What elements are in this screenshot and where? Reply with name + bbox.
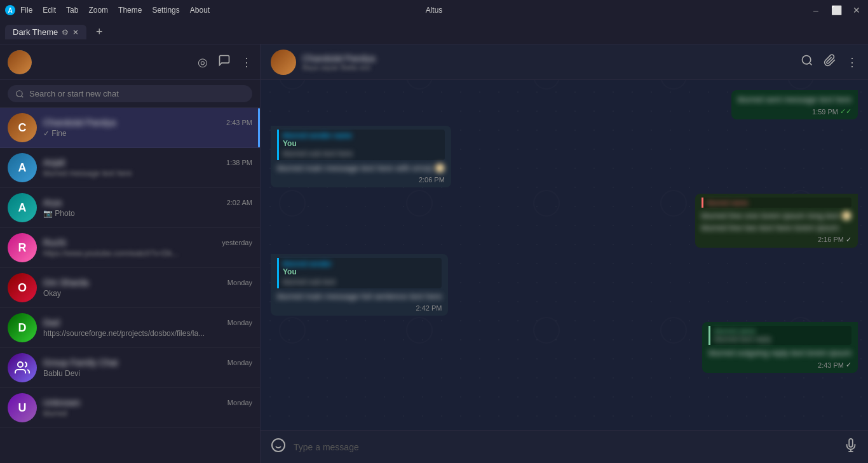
menu-file[interactable]: File: [20, 6, 32, 15]
chat-menu-icon[interactable]: ⋮: [846, 55, 858, 69]
chat-info: Group Family Chat Monday Bablu Devi: [43, 358, 252, 378]
message-input[interactable]: [294, 442, 836, 452]
maximize-button[interactable]: ⬜: [830, 4, 843, 17]
search-icon: [15, 90, 24, 98]
chat-list-item[interactable]: D Dad Monday https://sourceforge.net/pro…: [0, 308, 260, 348]
menu-edit[interactable]: Edit: [43, 6, 56, 15]
you-sub-4: blurred sub text: [283, 278, 438, 286]
message-bubble-1: blurred sent message text here 1:59 PM ✓…: [731, 90, 858, 119]
reply-name-5: blurred name: [714, 327, 848, 335]
tab-gear-icon[interactable]: ⚙: [62, 28, 69, 37]
chat-name: Anjali: [43, 158, 65, 168]
message-text-4: blurred main message full sentence text …: [277, 291, 442, 302]
app-icon: A: [5, 5, 15, 15]
message-time-1: 1:59 PM: [812, 108, 838, 116]
chat-name: Group Family Chat: [43, 358, 118, 368]
chat-info: Ruchi yesterday https://www.youtube.com/…: [43, 238, 252, 258]
chat-list-item[interactable]: A Arya 2:02 AM 📷 Photo: [0, 188, 260, 228]
emoji-button[interactable]: [271, 438, 286, 457]
message-bubble-3: blurred name blurred line one lorem ipsu…: [695, 194, 858, 247]
title-bar-menu: File Edit Tab Zoom Theme Settings About: [20, 6, 210, 15]
chat-list-item[interactable]: U Unknown Monday blurred: [0, 388, 260, 428]
chat-name: Dad: [43, 318, 60, 328]
active-tab[interactable]: Dark Theme ⚙ ✕: [5, 25, 86, 39]
message-quote-4: blurred sender You blurred sub text: [277, 258, 442, 288]
chat-info: Anjali 1:38 PM blurred message text here: [43, 158, 252, 178]
chat-avatar: R: [8, 233, 37, 262]
chat-preview: Bablu Devi: [43, 369, 252, 378]
chat-header-info: Chandulal Pandya Baya sayan Batta soo: [302, 53, 375, 71]
chat-window: Chandulal Pandya Baya sayan Batta soo ⋮: [261, 44, 868, 463]
menu-tab[interactable]: Tab: [66, 6, 78, 15]
message-row-2: blurred sender name You blurred sub text…: [271, 126, 858, 187]
chat-name-row: Arya 2:02 AM: [43, 198, 252, 208]
chat-info: Arya 2:02 AM 📷 Photo: [43, 198, 252, 218]
chat-time: 2:43 PM: [226, 119, 252, 126]
chat-avatar: U: [8, 393, 37, 422]
user-avatar[interactable]: [8, 50, 32, 74]
message-text-2: blurred main message text here with emoj…: [277, 163, 445, 174]
chat-header-status: Baya sayan Batta soo: [302, 64, 375, 71]
add-tab-button[interactable]: +: [92, 25, 107, 40]
scroll-indicator: [258, 108, 260, 147]
messages-area: blurred sent message text here 1:59 PM ✓…: [261, 80, 868, 430]
reply-quote-3: blurred name: [702, 198, 851, 208]
mic-button[interactable]: [844, 438, 858, 455]
chat-list-item[interactable]: R Ruchi yesterday https://www.youtube.co…: [0, 228, 260, 268]
new-chat-icon[interactable]: [218, 54, 231, 70]
sidebar: ◎ ⋮ C Chandu: [0, 44, 261, 463]
chat-input-bar: [261, 430, 868, 463]
search-chat-icon[interactable]: [801, 54, 813, 70]
chat-avatar: A: [8, 153, 37, 182]
title-bar-left: A File Edit Tab Zoom Theme Settings Abou…: [5, 5, 210, 15]
chat-header-left: Chandulal Pandya Baya sayan Batta soo: [271, 50, 375, 75]
message-row-3: blurred name blurred line one lorem ipsu…: [271, 194, 858, 247]
chat-name: Om Sharda: [43, 278, 89, 288]
tab-close-icon[interactable]: ✕: [72, 28, 79, 37]
message-time-5: 2:43 PM: [818, 361, 844, 369]
chat-info: Chandulal Pandya 2:43 PM ✓ Fine: [43, 117, 252, 138]
status-icon[interactable]: ◎: [198, 55, 208, 69]
reply-name-3: blurred name: [707, 199, 848, 206]
chat-header-avatar[interactable]: [271, 50, 296, 75]
quote-name-2: blurred sender name: [283, 131, 441, 139]
close-button[interactable]: ✕: [850, 4, 863, 17]
sidebar-header-icons: ◎ ⋮: [198, 54, 252, 70]
chat-preview: ✓ Fine: [43, 129, 252, 138]
chat-info: Unknown Monday blurred: [43, 398, 252, 418]
chat-name-row: Ruchi yesterday: [43, 238, 252, 248]
sidebar-menu-icon[interactable]: ⋮: [241, 55, 252, 69]
menu-about[interactable]: About: [190, 6, 210, 15]
svg-point-0: [17, 90, 22, 96]
attach-icon[interactable]: [824, 54, 836, 70]
chat-preview: https://www.youtube.com/watch?v=Dk...: [43, 249, 252, 258]
chat-header: Chandulal Pandya Baya sayan Batta soo ⋮: [261, 44, 868, 80]
chat-header-name: Chandulal Pandya: [302, 53, 375, 64]
chat-list-item[interactable]: A Anjali 1:38 PM blurred message text he…: [0, 148, 260, 188]
chat-preview: 📷 Photo: [43, 209, 252, 218]
chat-list-item[interactable]: Group Family Chat Monday Bablu Devi: [0, 348, 260, 388]
chat-avatar: D: [8, 313, 37, 342]
chat-info: Dad Monday https://sourceforge.net/proje…: [43, 318, 252, 338]
message-row-4: blurred sender You blurred sub text blur…: [271, 254, 858, 316]
chat-list: C Chandulal Pandya 2:43 PM ✓ Fine A Anja…: [0, 108, 260, 463]
search-input[interactable]: [29, 89, 245, 98]
chat-avatar: C: [8, 113, 37, 142]
svg-point-2: [803, 56, 811, 64]
menu-settings[interactable]: Settings: [152, 6, 179, 15]
message-tick-3: ✓: [846, 236, 851, 244]
chat-list-item[interactable]: C Chandulal Pandya 2:43 PM ✓ Fine: [0, 108, 260, 148]
sidebar-header: ◎ ⋮: [0, 44, 260, 80]
menu-theme[interactable]: Theme: [118, 6, 142, 15]
message-time-row-4: 2:42 PM: [277, 304, 442, 312]
chat-name-row: Chandulal Pandya 2:43 PM: [43, 117, 252, 128]
menu-zoom[interactable]: Zoom: [88, 6, 108, 15]
chat-time: 2:02 AM: [227, 199, 252, 206]
chat-time: Monday: [227, 319, 252, 326]
chat-list-item[interactable]: O Om Sharda Monday Okay: [0, 268, 260, 308]
main-layout: ◎ ⋮ C Chandu: [0, 44, 868, 463]
message-quote-2: blurred sender name You blurred sub text…: [277, 130, 445, 160]
chat-name-row: Unknown Monday: [43, 398, 252, 408]
chat-time: Monday: [227, 359, 252, 366]
minimize-button[interactable]: –: [810, 4, 822, 17]
